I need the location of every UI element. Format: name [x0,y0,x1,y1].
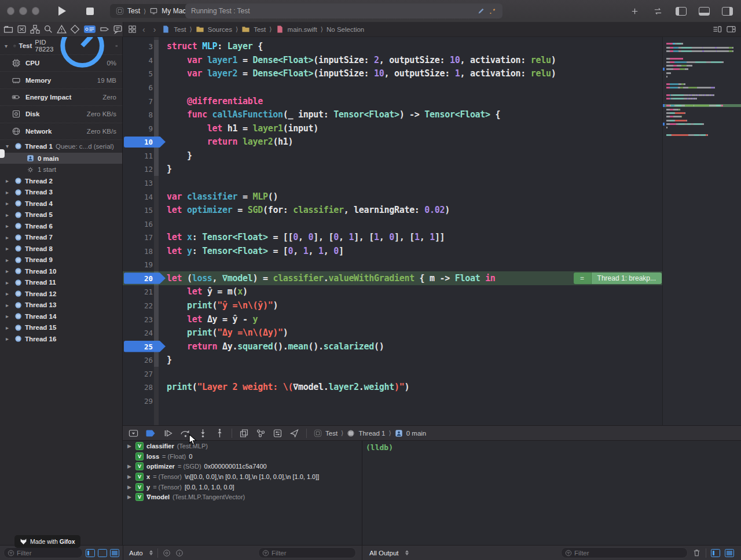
disclosure-down-icon[interactable]: ▾ [6,143,12,149]
gutter[interactable]: 22 [123,299,167,312]
code-line-7[interactable]: 7 @differentiable [123,94,662,108]
code-line-22[interactable]: 22 print("ŷ =\n\(ŷ)") [123,299,662,312]
gutter[interactable]: 23 [123,312,167,326]
activate-breakpoints-button[interactable] [145,429,156,438]
forward-button[interactable]: › [151,25,159,34]
gutter[interactable]: 20 [123,271,167,285]
info-icon[interactable] [175,549,184,557]
thread-row[interactable]: ▸Thread 11 [0,277,122,288]
gutter[interactable]: 15 [123,203,167,217]
code-line-16[interactable]: 16 [123,217,662,231]
gauge-row-disk[interactable]: DiskZero KB/s [0,105,122,122]
disclosure-right-icon[interactable]: ▶ [127,463,133,469]
disclosure-right-icon[interactable]: ▸ [6,279,12,286]
gutter[interactable]: 28 [123,381,167,395]
gutter[interactable]: 27 [123,367,167,381]
variable-row-classifier[interactable]: ▶Vclassifier(Test.MLP) [123,441,362,451]
step-out-button[interactable] [215,429,225,438]
thread-row[interactable]: ▸Thread 2 [0,175,122,187]
code-line-24[interactable]: 24 print("Δy =\n\(Δy)") [123,326,662,340]
variables-filter-field[interactable]: Filter [258,547,356,558]
disclosure-right-icon[interactable]: ▸ [6,223,12,229]
disclosure-right-icon[interactable]: ▶ [127,443,133,449]
thread-row[interactable]: ▸Thread 10 [0,266,122,277]
process-row[interactable]: ▾ Test PID 78223 [0,37,122,54]
report-navigator-tab[interactable] [113,24,123,34]
code-line-23[interactable]: 23 let Δy = ŷ - y [123,312,662,326]
debug-navigator-tab-selected[interactable] [83,24,96,34]
jumpbar-item-project[interactable]: Test [174,26,186,33]
simulate-location-button[interactable] [289,429,299,438]
code-line-25[interactable]: 25 return Δy.squared().mean().scalarized… [123,340,662,353]
breakpoint-navigator-tab[interactable] [100,24,109,34]
gutter[interactable]: 8 [123,108,167,121]
library-button[interactable] [625,4,644,18]
disclosure-right-icon[interactable]: ▶ [127,474,133,480]
filter-toggle-icon[interactable] [86,549,95,557]
disclosure-right-icon[interactable]: ▸ [6,189,12,196]
disclosure-right-icon[interactable]: ▸ [6,200,12,207]
adjust-editor-options-icon[interactable] [712,25,722,34]
gutter[interactable]: 14 [123,190,167,204]
related-items-icon[interactable] [128,25,137,34]
back-button[interactable]: ‹ [140,25,148,34]
disclosure-right-icon[interactable]: ▸ [6,178,12,184]
environment-overrides-button[interactable] [273,429,283,438]
disclosure-right-icon[interactable]: ▸ [6,245,12,252]
close-button[interactable] [7,7,14,15]
disclosure-right-icon[interactable]: ▸ [6,325,12,331]
code-line-17[interactable]: 17let x: Tensor<Float> = [[0, 0], [0, 1]… [123,230,662,244]
disclosure-down-icon[interactable]: ▾ [5,43,10,49]
thread-row[interactable]: ▸Thread 15 [0,322,122,333]
console-view[interactable]: (lldb) [362,441,741,545]
thread-1-row[interactable]: ▾ Thread 1 Queue: c...d (serial) [0,139,122,153]
code-line-27[interactable]: 27 [123,367,662,381]
code-line-6[interactable]: 6 [123,80,662,94]
thread-row[interactable]: ▸Thread 13 [0,299,122,311]
gutter[interactable]: 5 [123,67,167,81]
variable-row-optimizer[interactable]: ▶Voptimizer= (SGD)0x000000011c5a7400 [123,461,362,471]
crumb-frame[interactable]: 0 main [406,430,427,437]
gutter[interactable]: 10 [123,135,167,149]
variables-scope-popup[interactable]: Auto [129,550,143,557]
symbol-navigator-tab[interactable] [30,24,40,34]
gutter[interactable]: 26 [123,353,167,367]
gutter[interactable]: 29 [123,394,167,408]
gauge-row-network[interactable]: NetworkZero KB/s [0,123,122,139]
minimap[interactable] [662,37,741,425]
code-line-20[interactable]: 20let (loss, ∇model) = classifier.valueW… [123,271,662,285]
code-line-3[interactable]: 3struct MLP: Layer { [123,40,662,54]
thread-row[interactable]: ▸Thread 16 [0,333,122,345]
view-mode-icon[interactable] [115,42,118,50]
thread-row[interactable]: ▸Thread 8 [0,243,122,255]
code-line-14[interactable]: 14var classifier = MLP() [123,190,662,204]
filter-toggle-icon[interactable] [98,549,107,557]
disclosure-right-icon[interactable]: ▸ [6,212,12,218]
thread-row[interactable]: ▸Thread 6 [0,220,122,232]
variables-view[interactable]: ▶Vclassifier(Test.MLP)Vloss= (Float)0▶Vo… [123,441,362,545]
code-line-8[interactable]: 8 func callAsFunction(_ input: Tensor<Fl… [123,108,662,121]
code-line-29[interactable]: 29 [123,394,662,408]
thread-row[interactable]: ▸Thread 4 [0,198,122,209]
gutter[interactable]: 7 [123,94,167,108]
step-into-button[interactable] [198,429,208,438]
console-pane-toggle[interactable] [725,549,734,557]
code-line-4[interactable]: 4 var layer1 = Dense<Float>(inputSize: 2… [123,53,662,67]
code-line-19[interactable]: 19 [123,258,662,272]
disclosure-right-icon[interactable]: ▸ [6,290,12,297]
console-output-popup[interactable]: All Output [369,550,399,557]
code-line-15[interactable]: 15let optimizer = SGD(for: classifier, l… [123,203,662,217]
stack-frame-row[interactable]: 1 start [0,164,122,175]
disclosure-right-icon[interactable]: ▶ [127,494,133,500]
inspector-pane-toggle[interactable] [718,4,736,18]
breakpoint-annotation[interactable]: =Thread 1: breakp... [574,272,662,283]
gutter[interactable]: 24 [123,326,167,340]
stop-button[interactable] [80,4,100,18]
code-review-button[interactable] [648,4,667,18]
thread-row[interactable]: ▸Thread 12 [0,288,122,300]
gutter[interactable]: 4 [123,53,167,67]
issue-navigator-tab[interactable] [57,24,67,34]
filter-toggle-icon[interactable] [110,549,119,557]
code-line-26[interactable]: 26} [123,353,662,367]
thread-row[interactable]: ▸Thread 14 [0,311,122,322]
